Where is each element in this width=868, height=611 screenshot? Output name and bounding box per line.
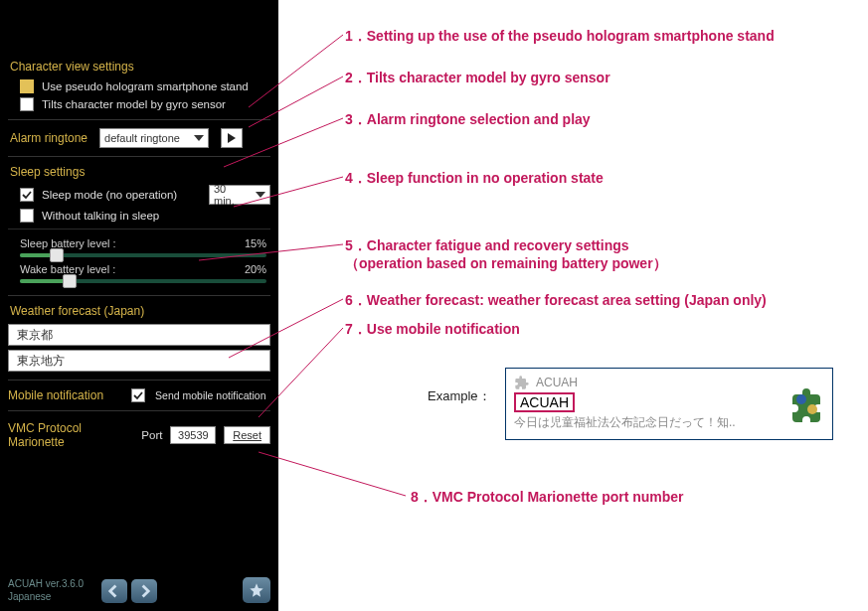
annotation-4: 4．Sleep function in no operation state (345, 170, 604, 188)
slider-thumb[interactable] (50, 248, 64, 262)
select-alarm-ringtone[interactable]: default ringtone (99, 128, 209, 148)
select-weather-area[interactable]: 東京地方 (8, 350, 270, 372)
checkbox-mobile-notif[interactable] (131, 388, 145, 402)
svg-point-0 (796, 394, 806, 404)
label-use-hologram: Use pseudo hologram smartphone stand (42, 80, 249, 92)
puzzle-icon (514, 375, 530, 390)
label-port: Port (141, 429, 162, 441)
section-title-charview: Character view settings (10, 60, 270, 74)
slider-thumb[interactable] (63, 274, 77, 288)
row-tilt-gyro[interactable]: Tilts character model by gyro sensor (8, 97, 270, 111)
annotation-6: 6．Weather forecast: weather forecast are… (345, 292, 767, 310)
section-title-sleep: Sleep settings (10, 165, 270, 179)
notif-title: ACUAH (514, 392, 575, 412)
favorite-button[interactable] (243, 577, 270, 603)
section-title-vmc: VMC Protocol Marionette (8, 421, 129, 449)
section-title-weather: Weather forecast (Japan) (10, 304, 270, 318)
section-title-alarm: Alarm ringtone (10, 131, 87, 145)
select-weather-area-value: 東京地方 (17, 354, 65, 369)
row-use-hologram[interactable]: Use pseudo hologram smartphone stand (8, 79, 270, 93)
select-sleep-duration[interactable]: 30 min. (209, 185, 270, 205)
notification-example: ACUAH ACUAH 今日は児童福祉法公布記念日だって！知.. (505, 368, 833, 440)
checkbox-tilt-gyro[interactable] (20, 97, 34, 111)
select-weather-pref[interactable]: 東京都 (8, 324, 270, 346)
example-label: Example： (428, 387, 491, 405)
slider-track[interactable] (20, 253, 266, 257)
annotation-2: 2．Tilts character model by gyro sensor (345, 70, 610, 87)
select-sleep-duration-value: 30 min. (214, 183, 250, 207)
label-sleep-mode: Sleep mode (no operation) (42, 189, 177, 201)
play-button[interactable] (221, 128, 243, 148)
slider-track[interactable] (20, 279, 266, 283)
notif-app-name: ACUAH (536, 376, 578, 389)
svg-point-1 (807, 404, 817, 414)
label-sleep-battery: Sleep battery level : (20, 237, 116, 249)
label-mobile-notif: Send mobile notification (155, 389, 266, 401)
phone-settings-panel: Character view settings Use pseudo holog… (0, 0, 278, 611)
select-weather-pref-value: 東京都 (17, 328, 53, 343)
slider-sleep-battery[interactable]: Sleep battery level : 15% (8, 235, 270, 261)
checkbox-use-hologram[interactable] (20, 79, 34, 93)
svg-line-9 (259, 452, 406, 496)
annotation-8: 8．VMC Protocol Marionette port number (411, 489, 684, 507)
notif-body: 今日は児童福祉法公布記念日だって！知.. (514, 414, 824, 431)
annotation-3: 3．Alarm ringtone selection and play (345, 111, 591, 129)
select-alarm-value: default ringtone (104, 132, 180, 144)
label-without-talking: Without talking in sleep (42, 210, 159, 222)
nav-next-button[interactable] (131, 579, 157, 603)
annotation-7: 7．Use mobile notification (345, 321, 520, 339)
play-icon (228, 133, 236, 143)
label-tilt-gyro: Tilts character model by gyro sensor (42, 98, 226, 110)
nav-prev-button[interactable] (101, 579, 127, 603)
checkbox-without-talking[interactable] (20, 209, 34, 223)
annotation-5b: （operation based on remaining battery po… (345, 255, 667, 273)
version-label: ACUAH ver.3.6.0 Japanese (8, 577, 84, 603)
section-title-mobile-notif: Mobile notification (8, 388, 103, 402)
annotation-1: 1．Setting up the use of the pseudo holog… (345, 28, 775, 46)
checkbox-sleep-mode[interactable] (20, 188, 34, 202)
chevron-down-icon (256, 192, 265, 198)
input-port[interactable]: 39539 (170, 426, 216, 444)
chevron-down-icon (194, 135, 204, 141)
row-without-talking[interactable]: Without talking in sleep (8, 209, 270, 223)
reset-button[interactable]: Reset (224, 426, 270, 444)
row-sleep-mode[interactable]: Sleep mode (no operation) 30 min. (8, 185, 270, 205)
value-sleep-battery: 15% (245, 237, 266, 249)
slider-wake-battery[interactable]: Wake battery level : 20% (8, 261, 270, 287)
value-wake-battery: 20% (245, 263, 266, 275)
annotation-5a: 5．Character fatigue and recovery setting… (345, 237, 629, 255)
app-icon (788, 386, 824, 422)
